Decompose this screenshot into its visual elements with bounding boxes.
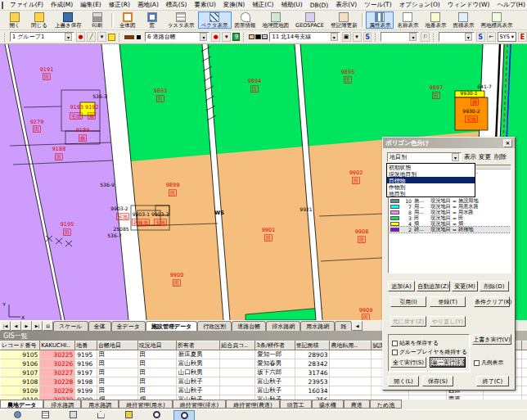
menu-item-補正[interactable]: 補正(C) <box>249 0 277 10</box>
cell[interactable] <box>522 386 527 395</box>
column-header-レコード番号[interactable]: レコード番号 <box>1 341 40 350</box>
sheet-tab-維持管理(農道)[interactable]: 維持管理(農道) <box>226 400 279 409</box>
toolbar-button-図形情報[interactable]: 図形情報 <box>232 11 259 29</box>
cell[interactable]: 富山秋男 <box>176 359 220 368</box>
map-tab-道路台帳[interactable]: 道路台帳 <box>232 321 266 331</box>
s-tool-icon[interactable]: S <box>476 32 485 42</box>
tab-list-button[interactable]: ▤ <box>43 321 53 331</box>
menu-item-変換[interactable]: 変換(N) <box>220 0 248 10</box>
menu-item-DB[interactable]: DB(D) <box>307 1 332 10</box>
cell[interactable]: 28342 <box>295 359 330 368</box>
cell[interactable] <box>220 368 255 377</box>
add-button[interactable]: 追加(A) <box>388 281 415 291</box>
chevron-down-icon[interactable]: ▾ <box>511 34 514 40</box>
sheet-tab-ため池[interactable]: ため池 <box>370 400 402 409</box>
flag-button[interactable]: ⚐ <box>421 32 430 42</box>
curve-tool-icon[interactable]: S <box>363 32 372 42</box>
run-overwrite-button[interactable]: 上書き実行(V) <box>472 334 511 345</box>
cell[interactable]: 9197 <box>75 368 97 377</box>
auto-add-button[interactable]: 自動追加(Z) <box>417 281 450 291</box>
sheet-tab-揚水機[interactable]: 揚水機 <box>312 400 344 409</box>
cell[interactable]: 田 <box>137 386 176 395</box>
cell[interactable]: 田 <box>137 359 176 368</box>
cell[interactable] <box>330 359 372 368</box>
column-header-KAKUCHI..[interactable]: KAKUCHI.. <box>40 341 75 350</box>
menu-item-ウィンドウ[interactable]: ウィンドウ(W) <box>444 0 493 10</box>
sheet-tab-農道[interactable]: 農道 <box>344 400 370 409</box>
toolbar-button-ラスタ表示[interactable]: ラスタ表示 <box>164 11 198 29</box>
column-header-現況地目[interactable]: 現況地目 <box>137 341 176 350</box>
redo-button[interactable]: やり直し(Y) <box>430 316 466 327</box>
map-tab-雑[interactable]: 雑 <box>335 321 352 331</box>
menu-item-編集[interactable]: 編集(E) <box>77 0 105 10</box>
map-tab-施設管理データ[interactable]: 施設管理データ <box>146 321 197 331</box>
cell[interactable]: 23953 <box>295 377 330 386</box>
cell[interactable]: 田 <box>137 350 176 359</box>
toolbar-button-面積表示[interactable]: 面積表示 <box>449 11 477 29</box>
first-tab-button[interactable]: |◀ <box>0 321 11 331</box>
column-header-所有者[interactable]: 所有者 <box>176 341 220 350</box>
cell[interactable]: 坂下六郎 <box>255 368 295 377</box>
cell[interactable]: 16034 <box>295 386 330 395</box>
cell[interactable] <box>330 368 372 377</box>
menu-item-要素[interactable]: 要素(U) <box>191 0 218 10</box>
menu-item-画地[interactable]: 画地(A) <box>134 0 162 10</box>
orange-parcel-9930-2[interactable] <box>455 97 488 130</box>
cell[interactable]: 30228 <box>40 377 75 386</box>
empty-combo-1[interactable]: ▾ <box>381 32 419 42</box>
road-dropdown-button[interactable]: ▾ <box>222 32 231 42</box>
save-result-checkbox[interactable]: 結果を保存する <box>392 339 439 347</box>
toolbar-button-地番表示[interactable]: 地番表示 <box>421 11 449 29</box>
clear-condition-button[interactable]: 条件クリア(K) <box>474 296 510 307</box>
menu-item-ツール[interactable]: ツール(T) <box>361 0 394 10</box>
cell[interactable]: 愛知一郎 <box>255 350 295 359</box>
menu-item-ヘルプ[interactable]: ヘルプ(H) <box>493 0 527 10</box>
change-link[interactable]: 変更 <box>479 153 491 161</box>
map-tab-用水路網[interactable]: 用水路網 <box>300 321 335 331</box>
cell[interactable] <box>330 386 372 395</box>
cell[interactable]: 富山秋子 <box>176 377 220 386</box>
delete-button[interactable]: 削除(D) <box>480 281 509 291</box>
tab-scroll-left-button[interactable]: ◀ <box>352 321 363 331</box>
chevron-down-icon[interactable]: ▾ <box>200 33 207 41</box>
cell[interactable]: 28903 <box>295 350 330 359</box>
cell[interactable]: 田 <box>97 368 138 377</box>
cell[interactable]: 富山秋子 <box>255 377 295 386</box>
sheet-tab-用水路調[interactable]: 用水路調 <box>81 400 119 409</box>
column-header-農地転用..[interactable]: 農地転用.. <box>330 341 372 350</box>
cell[interactable] <box>522 377 527 386</box>
map-tab-全体[interactable]: 全体 <box>88 321 111 331</box>
db-toolbar-button-図形結合[interactable]: 図形結合 <box>90 410 111 420</box>
db-toolbar-button-検索[interactable]: 検索 <box>146 410 167 420</box>
cell[interactable]: 山口秋男 <box>176 368 220 377</box>
menu-item-修正[interactable]: 修正(R) <box>106 0 133 10</box>
cell[interactable]: 9198 <box>75 377 97 386</box>
dropdown-option-作物別[interactable]: 作物別 <box>387 183 475 190</box>
lock-icon[interactable] <box>108 34 115 41</box>
pen-attribute-button[interactable]: ● <box>211 32 220 42</box>
road-ledger-combo[interactable]: 6 道路台帳▾ <box>145 32 209 42</box>
cell[interactable] <box>522 350 527 359</box>
sheet-tab-頭首工[interactable]: 頭首工 <box>280 400 312 409</box>
last-tab-button[interactable]: ▶| <box>32 321 43 331</box>
cell[interactable] <box>330 350 372 359</box>
toolbar-button-全体図[interactable]: 全体図 <box>115 11 140 29</box>
column-header-地番[interactable]: 地番 <box>75 341 97 350</box>
branch-line-combo[interactable]: 11 北14号支線▾ <box>269 32 340 42</box>
cell[interactable]: 田 <box>97 377 138 386</box>
cell[interactable]: 富山秋子 <box>255 386 295 395</box>
cell[interactable]: 30227 <box>40 368 75 377</box>
map-tab-排水路網[interactable]: 排水路網 <box>266 321 300 331</box>
cell[interactable]: 田 <box>137 368 176 377</box>
save-button[interactable]: 保存(S) <box>422 376 453 386</box>
sys-combo[interactable]: SYS▾ <box>498 32 517 42</box>
cell[interactable]: 9195 <box>75 350 97 359</box>
sheet-tab-維持管理(用水)[interactable]: 維持管理(用水) <box>119 400 172 409</box>
cell[interactable]: 30225 <box>40 350 75 359</box>
dialog-titlebar[interactable]: ポリゴン色分け × <box>383 138 515 148</box>
open-button[interactable]: 開く(L) <box>388 376 419 386</box>
branch-dropdown-button[interactable]: ▾ <box>353 32 362 42</box>
cell[interactable]: 9105 <box>1 350 40 359</box>
menu-item-補助[interactable]: 補助(U) <box>277 0 305 10</box>
toolbar-button-画地標高表示[interactable]: 画地標高表示 <box>477 11 516 29</box>
